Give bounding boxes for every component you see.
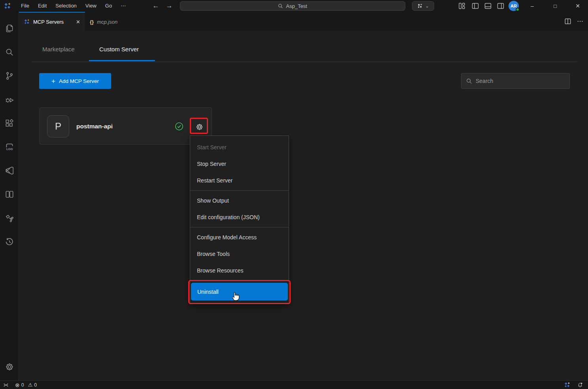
avatar-initials: AR: [510, 4, 517, 8]
menu-item-stop-server[interactable]: Stop Server: [190, 156, 289, 172]
sidebar-item-history[interactable]: [0, 230, 19, 254]
sidebar-item-reader[interactable]: [0, 182, 19, 206]
more-actions-icon[interactable]: ⋯: [577, 17, 583, 25]
sidebar-item-run-debug[interactable]: [0, 88, 19, 111]
error-count: 0: [21, 382, 24, 388]
menu-separator: [190, 190, 289, 191]
menu-file[interactable]: File: [17, 0, 34, 12]
search-icon: [4, 47, 15, 57]
menu-item-show-output[interactable]: Show Output: [190, 192, 289, 209]
book-icon: [4, 189, 15, 199]
menu-go[interactable]: Go: [101, 0, 116, 12]
app-logo-icon: [4, 2, 11, 10]
menu-item-browse-tools[interactable]: Browse Tools: [190, 246, 289, 262]
notifications-bell-icon[interactable]: [577, 382, 583, 388]
history-icon: [4, 237, 15, 247]
gear-icon: [195, 122, 204, 132]
tab-label: mcp.json: [97, 19, 117, 25]
customize-layout-icon[interactable]: [458, 2, 466, 10]
close-window-button[interactable]: ✕: [569, 0, 587, 12]
remote-icon: [3, 382, 9, 388]
extensions-icon: [4, 118, 15, 128]
app-window: File Edit Selection View Go ⋯ ← → Asp_Te…: [0, 0, 588, 389]
menu-item-restart-server[interactable]: Restart Server: [190, 172, 289, 189]
menu-edit[interactable]: Edit: [34, 0, 51, 12]
server-name: postman-api: [76, 123, 113, 130]
menu-separator: [190, 227, 289, 227]
sidebar-item-source-control[interactable]: [0, 64, 19, 88]
menu-item-edit-configuration[interactable]: Edit configuration (JSON): [190, 209, 289, 226]
sidebar-item-connections[interactable]: [0, 206, 19, 230]
search-input[interactable]: [476, 78, 565, 84]
active-tab-underline: [89, 60, 155, 61]
toggle-panel-icon[interactable]: [484, 2, 492, 10]
tab-mcp-json[interactable]: {} mcp.json: [85, 12, 144, 31]
server-search-field[interactable]: [461, 73, 570, 89]
vs-logo-icon: [4, 165, 15, 176]
command-center-search[interactable]: Asp_Test: [180, 1, 405, 11]
remote-indicator[interactable]: [3, 382, 9, 388]
tab-mcp-servers[interactable]: MCP Servers ✕: [19, 12, 85, 31]
run-debug-icon: [4, 94, 15, 105]
chevron-down-icon: ⌄: [425, 4, 429, 8]
server-context-menu: Start Server Stop Server Restart Server …: [190, 135, 289, 304]
server-settings-gear-button[interactable]: [193, 121, 205, 133]
activity-bar: LOG: [0, 12, 19, 380]
menu-view[interactable]: View: [81, 0, 101, 12]
problems-indicator[interactable]: ⊗ 0 ⚠ 0: [15, 382, 37, 388]
toggle-primary-sidebar-icon[interactable]: [471, 2, 479, 10]
server-avatar-letter: P: [55, 121, 61, 132]
mcp-status-icon[interactable]: [564, 381, 571, 388]
sidebar-item-vs-project[interactable]: [0, 159, 19, 182]
split-editor-icon[interactable]: [564, 18, 571, 25]
server-status-check-icon: [174, 122, 184, 131]
account-avatar[interactable]: AR: [509, 1, 519, 11]
status-bar: ⊗ 0 ⚠ 0: [0, 380, 588, 389]
mcp-logo-icon: [24, 19, 30, 25]
server-card-postman-api[interactable]: P postman-api: [40, 107, 212, 145]
gear-icon: [4, 362, 15, 372]
search-icon: [278, 4, 283, 9]
tab-close-icon[interactable]: ✕: [76, 19, 80, 25]
tab-marketplace[interactable]: Marketplace: [42, 46, 75, 53]
menu-item-uninstall[interactable]: Uninstall: [191, 283, 288, 301]
sidebar-item-explorer[interactable]: [0, 17, 19, 40]
menu-item-browse-resources[interactable]: Browse Resources: [190, 262, 289, 279]
menu-more-icon[interactable]: ⋯: [116, 0, 130, 12]
warning-icon: ⚠: [28, 382, 33, 388]
json-braces-icon: {}: [90, 19, 94, 25]
minimize-button[interactable]: –: [523, 0, 541, 12]
menu-item-start-server: Start Server: [190, 139, 289, 156]
add-mcp-server-button[interactable]: + Add MCP Server: [39, 73, 111, 89]
back-icon[interactable]: ←: [149, 0, 162, 12]
plus-icon: +: [51, 78, 55, 85]
sidebar-item-search[interactable]: [0, 40, 19, 64]
title-bar: File Edit Selection View Go ⋯ ← → Asp_Te…: [0, 0, 588, 12]
output-log-icon: LOG: [4, 142, 15, 152]
tabs-divider: [32, 62, 577, 62]
command-center-value: Asp_Test: [286, 3, 307, 9]
toggle-secondary-sidebar-icon[interactable]: [497, 2, 505, 10]
sidebar-item-output-log[interactable]: LOG: [0, 135, 19, 159]
statusbar-right: [564, 381, 583, 388]
sidebar-item-extensions[interactable]: [0, 111, 19, 135]
presence-dot: [516, 8, 520, 11]
copilot-menu-button[interactable]: ⌄: [412, 1, 434, 11]
menu-item-configure-model-access[interactable]: Configure Model Access: [190, 229, 289, 246]
network-icon: [4, 213, 15, 223]
app-logo-icon: [417, 3, 423, 9]
source-control-icon: [4, 71, 15, 81]
svg-text:LOG: LOG: [6, 147, 13, 151]
editor-actions: ⋯: [564, 17, 583, 25]
forward-icon[interactable]: →: [163, 0, 176, 12]
server-avatar: P: [47, 115, 69, 137]
menu-selection[interactable]: Selection: [51, 0, 81, 12]
maximize-button[interactable]: □: [546, 0, 564, 12]
error-icon: ⊗: [15, 382, 20, 388]
files-icon: [4, 23, 15, 34]
tab-custom-server[interactable]: Custom Server: [99, 46, 139, 53]
search-icon: [466, 78, 472, 84]
sidebar-item-settings[interactable]: [0, 357, 19, 377]
add-mcp-server-label: Add MCP Server: [59, 78, 99, 84]
tab-label: MCP Servers: [33, 19, 64, 25]
